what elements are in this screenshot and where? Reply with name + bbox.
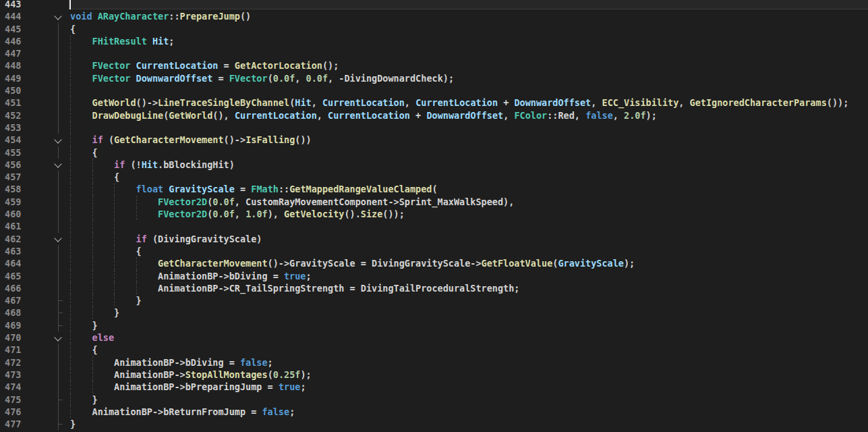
fold-gutter (49, 406, 68, 418)
line-number[interactable]: 464 (0, 257, 49, 269)
line-number[interactable]: 468 (0, 306, 49, 319)
indent-guide (70, 356, 71, 369)
line-number[interactable]: 447 (0, 47, 49, 59)
code-line[interactable]: 451 GetWorld()->LineTraceSingleByChannel… (0, 97, 868, 109)
chevron-down-icon[interactable] (54, 333, 61, 341)
line-number[interactable]: 463 (0, 245, 49, 257)
code-line[interactable]: 444void ARayCharacter::PrepareJump() (0, 10, 868, 22)
code-line[interactable]: 466 AnimationBP->CR_TailSpringStrength =… (0, 282, 868, 294)
line-number[interactable]: 465 (0, 270, 49, 282)
fold-gutter (49, 208, 68, 220)
code-line[interactable]: 460 FVector2D(0.0f, 1.0f), GetVelocity()… (0, 208, 868, 220)
code-line[interactable]: 472 AnimationBP->bDiving = false; (0, 356, 868, 369)
code-text: { (68, 245, 868, 257)
line-number[interactable]: 476 (0, 406, 49, 418)
line-number[interactable]: 473 (0, 369, 49, 381)
code-line[interactable]: 462 if (DivingGravityScale) (0, 233, 868, 245)
fold-region-line (58, 84, 59, 97)
code-text: if (GetCharacterMovement()->IsFalling()) (68, 134, 868, 146)
code-line[interactable]: 458 float GravityScale = FMath::GetMappe… (0, 183, 868, 195)
line-number[interactable]: 456 (0, 159, 49, 171)
line-number[interactable]: 467 (0, 294, 49, 306)
fold-gutter (49, 319, 68, 331)
line-number[interactable]: 470 (0, 331, 49, 344)
code-line[interactable]: 475 } (0, 394, 868, 406)
line-number[interactable]: 451 (0, 97, 49, 109)
line-number[interactable]: 454 (0, 134, 49, 146)
token-pl: ; (306, 271, 312, 281)
line-number[interactable]: 457 (0, 171, 49, 183)
indent-guide (70, 196, 71, 208)
code-line[interactable]: 468 } (0, 306, 868, 319)
code-text (68, 122, 868, 134)
code-line[interactable]: 464 GetCharacterMovement()->GravityScale… (0, 257, 868, 269)
code-line[interactable]: 447 (0, 47, 868, 59)
line-number[interactable]: 445 (0, 23, 49, 35)
code-line[interactable]: 446 FHitResult Hit; (0, 35, 868, 47)
indent-guide (70, 59, 71, 72)
line-number[interactable]: 444 (0, 10, 49, 22)
line-number[interactable]: 474 (0, 381, 49, 393)
code-line[interactable]: 448 FVector CurrentLocation = GetActorLo… (0, 59, 868, 72)
token-pl: + (498, 97, 514, 108)
line-number[interactable]: 450 (0, 84, 49, 97)
token-var: CurrentLocation (136, 60, 219, 71)
code-line[interactable]: 463 { (0, 245, 868, 257)
code-line[interactable]: 474 AnimationBP->bPreparingJump = true; (0, 381, 868, 393)
indent-guide (92, 196, 93, 208)
code-tokens: if (DivingGravityScale) (70, 234, 262, 244)
line-number[interactable]: 466 (0, 282, 49, 294)
line-number[interactable]: 448 (0, 59, 49, 72)
line-number[interactable]: 453 (0, 122, 49, 134)
token-fn: Size (361, 209, 383, 219)
code-line[interactable]: 477} (0, 418, 868, 430)
code-line[interactable]: 455 { (0, 146, 868, 159)
code-line[interactable]: 453 (0, 122, 868, 134)
line-number[interactable]: 469 (0, 319, 49, 331)
code-line[interactable]: 465 AnimationBP->bDiving = true; (0, 270, 868, 282)
line-number[interactable]: 458 (0, 183, 49, 195)
token-var: CurrentLocation (415, 97, 498, 108)
code-line[interactable]: 469 } (0, 319, 868, 331)
line-number[interactable]: 446 (0, 35, 49, 47)
fold-region-line (58, 109, 59, 122)
code-line[interactable]: 459 FVector2D(0.0f, CustomRayMovementCom… (0, 196, 868, 208)
code-line[interactable]: 454 if (GetCharacterMovement()->IsFallin… (0, 134, 868, 146)
line-number[interactable]: 452 (0, 109, 49, 122)
code-line[interactable]: 467 } (0, 294, 868, 306)
line-number[interactable]: 459 (0, 196, 49, 208)
code-text: AnimationBP->bDiving = false; (68, 356, 868, 369)
token-var: Hit (142, 159, 158, 170)
code-line[interactable]: 470 else (0, 331, 868, 344)
code-line[interactable]: 443 (0, 0, 868, 10)
code-line[interactable]: 473 AnimationBP->StopAllMontages(0.25f); (0, 369, 868, 381)
code-tokens: void ARayCharacter::PrepareJump() (70, 11, 251, 22)
chevron-down-icon[interactable] (54, 136, 61, 143)
code-line[interactable]: 452 DrawDebugLine(GetWorld(), CurrentLoc… (0, 109, 868, 122)
line-number[interactable]: 471 (0, 344, 49, 356)
chevron-down-icon[interactable] (54, 12, 61, 20)
fold-gutter (49, 47, 68, 59)
line-number[interactable]: 477 (0, 418, 49, 430)
line-number[interactable]: 461 (0, 220, 49, 232)
token-ctl: if (136, 234, 147, 244)
code-line[interactable]: 449 FVector DownwardOffset = FVector(0.0… (0, 72, 868, 84)
code-line[interactable]: 445{ (0, 23, 868, 35)
line-number[interactable]: 460 (0, 208, 49, 220)
code-line[interactable]: 456 if (!Hit.bBlockingHit) (0, 159, 868, 171)
line-number[interactable]: 449 (0, 72, 49, 84)
token-pl: ( (103, 134, 114, 145)
code-line[interactable]: 471 { (0, 344, 868, 356)
code-line[interactable]: 461 (0, 220, 868, 232)
indent-guide (70, 72, 71, 84)
chevron-down-icon[interactable] (54, 161, 61, 168)
code-line[interactable]: 476 AnimationBP->bReturnFromJump = false… (0, 406, 868, 418)
code-line[interactable]: 457 { (0, 171, 868, 183)
line-number[interactable]: 475 (0, 394, 49, 406)
line-number[interactable]: 472 (0, 356, 49, 369)
line-number[interactable]: 462 (0, 233, 49, 245)
line-number[interactable]: 443 (0, 0, 49, 10)
code-line[interactable]: 450 (0, 84, 868, 97)
chevron-down-icon[interactable] (54, 234, 61, 242)
line-number[interactable]: 455 (0, 146, 49, 159)
